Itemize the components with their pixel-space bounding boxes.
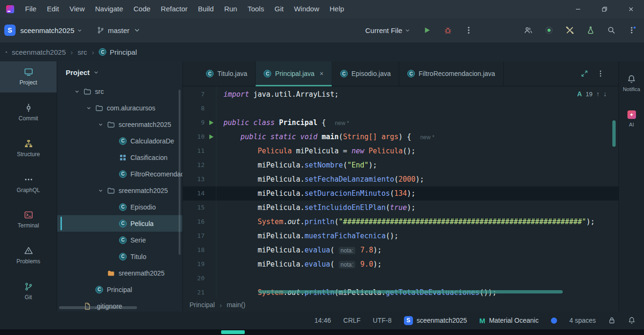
caret-position[interactable]: 14:46 (314, 317, 331, 324)
inspection-widget[interactable]: A 19 ↑ ↓ (577, 90, 607, 98)
tree-item-episodio[interactable]: CEpisodio (57, 199, 182, 215)
tree-item-serie[interactable]: CSerie (57, 232, 182, 248)
sidebar-item-terminal[interactable]: Terminal (0, 204, 57, 235)
tree-item-pelicula[interactable]: CPelicula (57, 215, 182, 232)
code-line-13[interactable]: 13 miPelicula.setFechaDeLanzamiento(2000… (183, 172, 618, 186)
code-line-7[interactable]: 7import java.util.ArrayList; (183, 87, 618, 101)
editor-breadcrumb-method[interactable]: main() (227, 301, 246, 309)
line-number[interactable]: 19 (183, 257, 216, 271)
sidebar-item-structure[interactable]: Structure (0, 133, 57, 164)
line-number[interactable]: 10 (183, 130, 216, 144)
tab-episodio-java[interactable]: CEpisodio.java (332, 61, 399, 86)
tree-item-gitignore[interactable]: .gitignore (57, 298, 182, 311)
code-line-9[interactable]: 9public class Principal { new * (183, 116, 618, 130)
line-number[interactable]: 11 (183, 144, 216, 158)
menu-file[interactable]: File (20, 0, 42, 18)
chevron-down-icon[interactable] (74, 88, 83, 95)
sidebar-item-project[interactable]: Project (0, 61, 57, 92)
run-button[interactable] (423, 26, 431, 34)
vcs-branch-widget[interactable]: master (97, 26, 141, 34)
line-number[interactable]: 17 (183, 229, 216, 243)
build-tools-icon[interactable] (566, 26, 574, 34)
code-line-12[interactable]: 12 miPelicula.setNombre("End"); (183, 158, 618, 172)
sidebar-item-commit[interactable]: Commit (0, 97, 57, 128)
code-line-15[interactable]: 15 miPelicula.setIncluidoEnElPlan(true); (183, 201, 618, 215)
sidebar-item-notifica[interactable]: Notifica (619, 68, 644, 98)
sidebar-item-ai[interactable]: ✦AI (619, 104, 644, 134)
menu-navigate[interactable]: Navigate (90, 0, 128, 18)
sidebar-item-git[interactable]: Git (0, 276, 57, 307)
menu-tools[interactable]: Tools (242, 0, 269, 18)
run-gutter-icon[interactable] (209, 134, 214, 139)
tree-item-calculadorade[interactable]: CCalculadoraDe (57, 133, 182, 149)
line-number[interactable]: 14 (183, 186, 216, 201)
status-branch-widget[interactable]: S sceenmatch2025 (404, 316, 467, 325)
line-ending[interactable]: CRLF (343, 317, 361, 324)
menu-edit[interactable]: Edit (42, 0, 64, 18)
theme-widget[interactable]: M Material Oceanic (479, 317, 539, 325)
breadcrumb-src[interactable]: src (77, 48, 87, 56)
tab-principal-java[interactable]: CPrincipal.java× (256, 61, 332, 86)
line-number[interactable]: 16 (183, 215, 216, 229)
code-line-20[interactable]: 20 (183, 271, 618, 285)
menu-code[interactable]: Code (128, 0, 155, 18)
menu-run[interactable]: Run (219, 0, 242, 18)
line-number[interactable]: 18 (183, 243, 216, 257)
code-line-17[interactable]: 17 miPelicula.muestraFichaTecnica(); (183, 229, 618, 243)
debug-button[interactable] (444, 26, 452, 34)
tree-item-screenmatch2025[interactable]: screenmatch2025 (57, 116, 182, 133)
notifications-bell-icon[interactable] (628, 317, 635, 324)
tree-item-com-aluracursos[interactable]: com.aluracursos (57, 100, 182, 116)
run-gutter-icon[interactable] (209, 120, 214, 125)
expand-icon[interactable] (581, 70, 588, 77)
line-number[interactable]: 8 (183, 101, 216, 116)
close-icon[interactable]: × (320, 70, 324, 77)
lock-icon[interactable] (608, 317, 616, 324)
line-number[interactable]: 12 (183, 158, 216, 172)
menu-help[interactable]: Help (325, 0, 350, 18)
tab-filtrorecomendacion-java[interactable]: CFiltroRecomendacion.java (399, 61, 504, 86)
editor-horizontal-scrollbar[interactable] (258, 290, 563, 293)
breadcrumb-file[interactable]: C Principal (99, 48, 137, 56)
minimize-button[interactable] (565, 0, 591, 18)
close-button[interactable] (618, 0, 644, 18)
tree-item-clasificacion[interactable]: Clasificacion (57, 149, 182, 166)
indent-setting[interactable]: 4 spaces (569, 317, 596, 324)
settings-kebab-icon[interactable] (628, 26, 636, 34)
line-number[interactable]: 7 (183, 87, 216, 101)
line-number[interactable]: 20 (183, 271, 216, 285)
more-run-options-kebab-icon[interactable] (464, 26, 473, 34)
code-with-me-users-icon[interactable] (524, 26, 532, 34)
breadcrumb-project[interactable]: sceenmatch2025 (12, 48, 66, 56)
menu-git[interactable]: Git (269, 0, 289, 18)
tab-titulo-java[interactable]: CTitulo.java (198, 61, 256, 86)
code-line-14[interactable]: 14 miPelicula.setDuracionEnMinutos(134); (183, 186, 618, 201)
code-line-19[interactable]: 19 miPelicula.evalua( nota: 9.0); (183, 257, 618, 271)
chevron-down-icon[interactable] (97, 187, 107, 194)
code-line-18[interactable]: 18 miPelicula.evalua( nota: 7.8); (183, 243, 618, 257)
code-line-16[interactable]: 16 System.out.println("#################… (183, 215, 618, 229)
status-dot-icon[interactable] (551, 318, 557, 324)
code-line-10[interactable]: 10 public static void main(String[] args… (183, 130, 618, 144)
menu-view[interactable]: View (64, 0, 90, 18)
code-line-8[interactable]: 8 (183, 101, 618, 116)
line-number[interactable]: 15 (183, 201, 216, 215)
prev-problem-icon[interactable]: ↑ (596, 90, 600, 98)
tab-options-kebab-icon[interactable] (597, 70, 604, 77)
tree-item-principal[interactable]: CPrincipal (57, 281, 182, 298)
file-encoding[interactable]: UTF-8 (373, 317, 392, 324)
editor-breadcrumb-class[interactable]: Principal (189, 301, 215, 309)
chevron-down-icon[interactable] (97, 121, 107, 128)
flask-icon[interactable] (586, 26, 595, 34)
next-problem-icon[interactable]: ↓ (603, 90, 607, 98)
line-number[interactable]: 21 (183, 285, 216, 298)
code-line-11[interactable]: 11 Pelicula miPelicula = new Pelicula(); (183, 144, 618, 158)
tree-item-filtrorecomendacion[interactable]: CFiltroRecomendacion (57, 166, 182, 182)
tree-item-src[interactable]: src (57, 83, 182, 100)
tree-item-sreenmatch2025[interactable]: sreenmatch2025 (57, 182, 182, 199)
tree-item-titulo[interactable]: CTitulo (57, 248, 182, 265)
chevron-down-icon[interactable] (86, 105, 95, 111)
sidebar-item-graphql[interactable]: GraphQL (0, 168, 57, 200)
line-number[interactable]: 9 (183, 116, 216, 130)
menu-build[interactable]: Build (193, 0, 219, 18)
